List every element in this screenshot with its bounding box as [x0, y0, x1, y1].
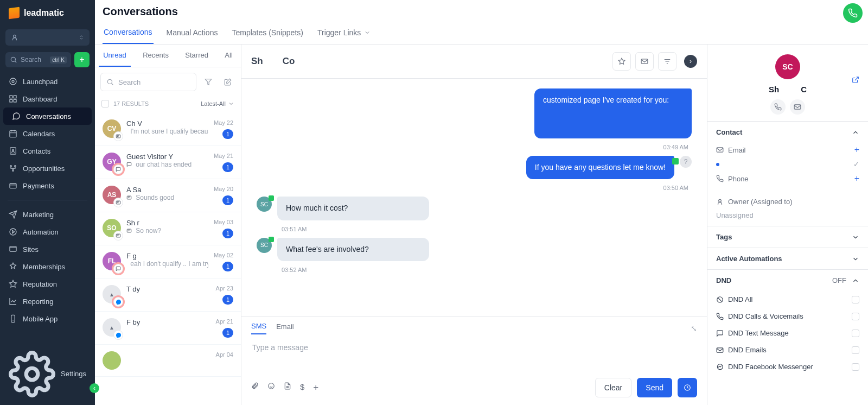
- mark-read-button[interactable]: [635, 52, 654, 71]
- conversation-item[interactable]: ▲ T dy Apr 23 1: [95, 279, 241, 312]
- clear-button[interactable]: Clear: [595, 378, 631, 397]
- dnd-emails-row: DND Emails: [707, 341, 868, 358]
- page-title: Conversations: [103, 5, 178, 18]
- nav-memberships[interactable]: Memberships: [0, 258, 95, 275]
- subtab-templates[interactable]: Templates (Snippets): [231, 23, 304, 44]
- workspace-selector[interactable]: [5, 29, 90, 46]
- nav-mobile[interactable]: Mobile App: [0, 310, 95, 327]
- nav-launchpad[interactable]: Launchpad: [0, 73, 95, 90]
- sender-avatar: SC: [257, 197, 272, 212]
- subtab-trigger-links[interactable]: Trigger Links: [316, 23, 372, 44]
- channel-icon: [113, 164, 123, 174]
- dnd-calls-checkbox[interactable]: [852, 313, 859, 320]
- svg-rect-4: [10, 96, 12, 98]
- conversation-item[interactable]: FL F g eah I don't qualify .. I am tryin…: [95, 245, 241, 279]
- nav-contacts[interactable]: Contacts: [0, 142, 95, 160]
- section-contact[interactable]: Contact: [707, 122, 868, 143]
- messages-scroll[interactable]: customized page I've created for you:03:…: [241, 79, 707, 316]
- list-search-input[interactable]: Search: [100, 73, 196, 91]
- collapse-composer-button[interactable]: ⤡: [691, 324, 697, 333]
- payment-icon[interactable]: $: [300, 382, 304, 393]
- message-composer: SMS Email ⤡ Type a message $ + Clear: [241, 316, 707, 405]
- section-automations[interactable]: Active Automations: [707, 248, 868, 269]
- global-search[interactable]: Search ctrl K: [5, 52, 71, 67]
- svg-point-13: [12, 170, 14, 172]
- add-icon[interactable]: +: [313, 382, 318, 393]
- add-email-button[interactable]: +: [854, 145, 859, 155]
- template-icon[interactable]: [284, 382, 291, 393]
- conversation-item[interactable]: Apr 04: [95, 345, 241, 377]
- conversation-avatar: GY: [103, 153, 121, 171]
- conversation-item[interactable]: AS A Sa Sounds good May 20 1: [95, 179, 241, 212]
- svg-rect-16: [10, 246, 16, 251]
- subtab-manual-actions[interactable]: Manual Actions: [165, 23, 219, 44]
- schedule-send-button[interactable]: [678, 378, 697, 397]
- filter-starred[interactable]: Starred: [181, 45, 213, 67]
- message-input[interactable]: Type a message: [251, 340, 697, 372]
- search-kbd: ctrl K: [50, 56, 67, 64]
- expand-panel-button[interactable]: ›: [684, 55, 697, 68]
- nav-dashboard[interactable]: Dashboard: [0, 90, 95, 107]
- nav-divider: [8, 200, 87, 200]
- add-phone-button[interactable]: +: [854, 174, 859, 183]
- open-contact-icon[interactable]: [852, 76, 859, 84]
- filter-button[interactable]: [201, 74, 216, 90]
- call-chip[interactable]: [770, 99, 786, 115]
- search-placeholder: Search: [21, 56, 41, 64]
- logo-icon: [9, 7, 20, 20]
- nav-payments[interactable]: Payments: [0, 177, 95, 194]
- dnd-all-checkbox[interactable]: [852, 296, 859, 303]
- dnd-fb-row: DND Facebook Messenger: [707, 358, 868, 375]
- add-button[interactable]: +: [74, 52, 90, 67]
- owner-field: Owner (Assigned to): [716, 198, 859, 206]
- filter-unread[interactable]: Unread: [99, 45, 131, 67]
- svg-rect-17: [11, 315, 15, 322]
- section-tags[interactable]: Tags: [707, 226, 868, 248]
- attach-icon[interactable]: [251, 382, 259, 393]
- dnd-calls-row: DND Calls & Voicemails: [707, 308, 868, 325]
- emoji-icon[interactable]: [267, 382, 275, 393]
- send-button[interactable]: Send: [637, 378, 672, 397]
- chevron-down-icon: [852, 233, 859, 241]
- nav-marketing[interactable]: Marketing: [0, 206, 95, 223]
- filter-all[interactable]: All: [220, 45, 237, 67]
- nav-reporting[interactable]: Reporting: [0, 293, 95, 310]
- nav-automation[interactable]: Automation: [0, 223, 95, 241]
- message-time: 03:52 AM: [282, 267, 692, 273]
- composer-tab-sms[interactable]: SMS: [251, 322, 266, 334]
- nav-reputation[interactable]: Reputation: [0, 275, 95, 293]
- nav-conversations[interactable]: Conversations: [3, 107, 92, 125]
- select-all-checkbox[interactable]: [101, 100, 109, 107]
- svg-point-11: [10, 166, 12, 167]
- compose-button[interactable]: [220, 74, 235, 90]
- dnd-text-checkbox[interactable]: [852, 330, 859, 337]
- nav-sites[interactable]: Sites: [0, 241, 95, 258]
- thread-filter-button[interactable]: [658, 52, 676, 71]
- nav-opportunities[interactable]: Opportunities: [0, 160, 95, 177]
- nav-settings[interactable]: Settings: [0, 343, 95, 405]
- composer-tab-email[interactable]: Email: [276, 322, 294, 334]
- conversation-preview: Sounds good: [126, 194, 208, 201]
- phone-fab[interactable]: [843, 3, 863, 23]
- conversation-name: Guest Visitor Y: [126, 153, 208, 161]
- conversation-date: Apr 04: [216, 351, 233, 358]
- dnd-fb-checkbox[interactable]: [852, 363, 859, 371]
- subtab-conversations[interactable]: Conversations: [103, 23, 154, 44]
- email-chip[interactable]: [790, 99, 805, 115]
- svg-point-27: [269, 383, 275, 389]
- conversation-scroll[interactable]: CV Ch V I'm not sure I qualify because I…: [95, 113, 241, 405]
- conversation-item[interactable]: GY Guest Visitor Y our chat has ended Ma…: [95, 146, 241, 179]
- nav-calendars[interactable]: Calendars: [0, 125, 95, 142]
- conversation-item[interactable]: ▲ F by Apr 21 1: [95, 312, 241, 345]
- dnd-emails-checkbox[interactable]: [852, 346, 859, 354]
- section-dnd[interactable]: DND OFF: [707, 270, 868, 291]
- conversation-date: May 21: [214, 153, 233, 159]
- sort-dropdown[interactable]: Latest-All: [201, 100, 234, 107]
- star-button[interactable]: [612, 52, 631, 71]
- conversation-item[interactable]: CV Ch V I'm not sure I qualify because I…: [95, 113, 241, 146]
- filter-recents[interactable]: Recents: [138, 45, 173, 67]
- chevron-up-icon: [852, 277, 859, 284]
- svg-rect-30: [717, 148, 723, 152]
- conversation-date: Apr 23: [216, 285, 233, 292]
- conversation-item[interactable]: SO Sh r So now? May 03 1: [95, 212, 241, 245]
